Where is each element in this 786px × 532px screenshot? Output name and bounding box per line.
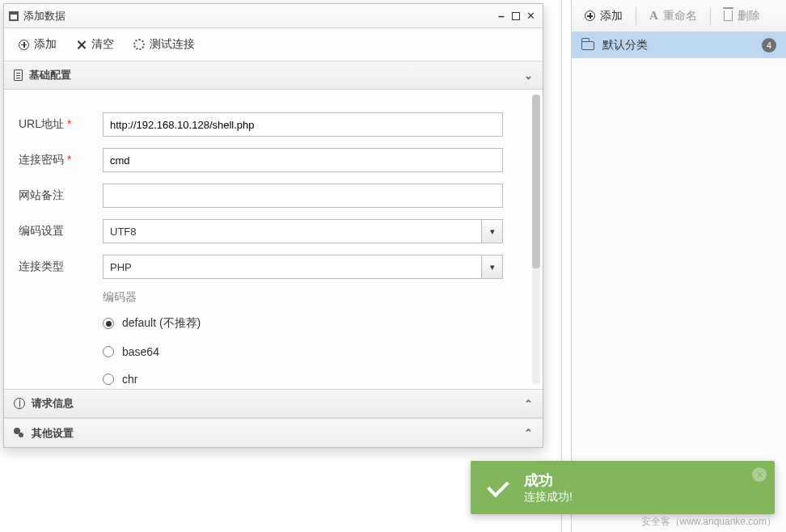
window-icon [9, 11, 19, 21]
category-delete-button[interactable]: 删除 [717, 4, 767, 28]
clear-button-label: 清空 [91, 37, 114, 52]
accordion: 基础配置 ⌄ URL地址* 连接密码* 网站备注 [4, 61, 543, 447]
conntype-value: PHP [110, 261, 132, 273]
category-add-button[interactable]: 添加 [578, 4, 629, 28]
test-connection-button[interactable]: 测试连接 [124, 32, 205, 57]
encoding-value: UTF8 [110, 226, 137, 238]
password-input[interactable] [103, 148, 503, 172]
check-icon [485, 479, 509, 496]
encoder-title: 编码器 [103, 290, 528, 305]
section-other-title: 其他设置 [32, 426, 74, 441]
spinner-icon [133, 39, 145, 50]
category-add-label: 添加 [600, 9, 623, 23]
encoder-option-label: default (不推荐) [122, 316, 201, 331]
section-basic-header[interactable]: 基础配置 ⌄ [4, 61, 543, 90]
toast-title: 成功 [524, 471, 573, 490]
scroll-thumb[interactable] [532, 95, 540, 268]
clear-button[interactable]: 清空 [66, 32, 124, 57]
dialog-toolbar: 添加 清空 测试连接 [4, 28, 543, 61]
encoder-block: 编码器 default (不推荐) base64 chr [103, 290, 528, 386]
section-basic-body: URL地址* 连接密码* 网站备注 编码设置 UTF8 ▾ [4, 90, 543, 389]
font-icon: A [649, 9, 658, 23]
watermark: 安全客（www.anquanke.com） [641, 515, 776, 529]
toast-close-button[interactable]: ✕ [752, 467, 767, 482]
category-item-label: 默认分类 [602, 38, 648, 53]
category-item-default[interactable]: 默认分类 4 [572, 32, 786, 58]
encoding-label: 编码设置 [19, 219, 88, 239]
note-input[interactable] [103, 184, 503, 208]
encoder-option-label: chr [122, 373, 137, 386]
category-rename-button[interactable]: A 重命名 [643, 4, 704, 28]
chevron-down-icon[interactable]: ▾ [481, 255, 502, 278]
add-button[interactable]: 添加 [9, 32, 66, 57]
section-basic-title: 基础配置 [29, 68, 71, 82]
maximize-button[interactable] [512, 12, 520, 20]
section-request-title: 请求信息 [32, 396, 74, 411]
section-request-header[interactable]: 请求信息 ⌃ [4, 389, 543, 418]
test-connection-label: 测试连接 [150, 37, 195, 52]
chevron-up-icon: ⌃ [524, 398, 533, 410]
trash-icon [724, 11, 733, 21]
success-toast: 成功 连接成功! ✕ [471, 461, 775, 514]
url-input[interactable] [103, 112, 503, 137]
count-badge: 4 [762, 38, 776, 53]
gears-icon [14, 428, 25, 439]
plus-circle-icon [585, 11, 595, 21]
separator [636, 7, 636, 25]
encoder-option-base64[interactable]: base64 [103, 345, 528, 358]
radio-icon[interactable] [103, 318, 114, 329]
category-rename-label: 重命名 [663, 9, 697, 23]
password-label: 连接密码* [19, 148, 88, 167]
note-label: 网站备注 [19, 184, 88, 203]
conntype-select[interactable]: PHP ▾ [103, 255, 503, 279]
x-icon [76, 40, 87, 50]
category-panel: 添加 A 重命名 删除 默认分类 4 [571, 0, 786, 532]
radio-icon[interactable] [103, 374, 114, 385]
divider [561, 0, 562, 532]
scrollbar[interactable] [532, 95, 540, 384]
minimize-button[interactable] [494, 9, 509, 23]
chevron-down-icon[interactable]: ▾ [481, 220, 502, 243]
category-delete-label: 删除 [737, 9, 760, 23]
encoder-option-chr[interactable]: chr [103, 373, 528, 386]
section-other-header[interactable]: 其他设置 ⌃ [4, 418, 543, 447]
globe-icon [14, 398, 25, 409]
toast-message: 连接成功! [524, 490, 573, 505]
separator [710, 7, 711, 25]
add-data-dialog: 添加数据 添加 清空 测试连接 基础配置 ⌄ [3, 3, 543, 448]
add-button-label: 添加 [34, 37, 57, 52]
chevron-up-icon: ⌃ [524, 427, 533, 439]
folder-icon [581, 41, 594, 50]
conntype-label: 连接类型 [19, 255, 88, 274]
dialog-titlebar[interactable]: 添加数据 [4, 4, 543, 28]
encoder-option-label: base64 [122, 345, 159, 358]
url-label: URL地址* [19, 112, 88, 132]
document-icon [14, 70, 23, 81]
chevron-down-icon: ⌄ [524, 70, 533, 82]
category-toolbar: 添加 A 重命名 删除 [572, 0, 786, 32]
plus-circle-icon [19, 40, 29, 50]
close-button[interactable] [523, 9, 538, 23]
dialog-title: 添加数据 [23, 9, 494, 23]
encoding-select[interactable]: UTF8 ▾ [103, 219, 503, 243]
radio-icon[interactable] [103, 346, 114, 357]
encoder-option-default[interactable]: default (不推荐) [103, 316, 528, 331]
